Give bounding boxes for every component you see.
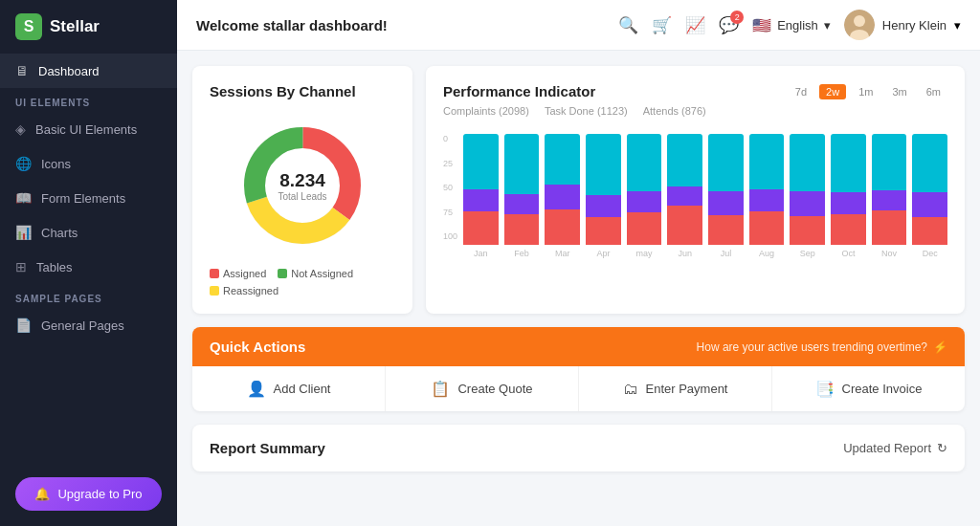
bar-purple (463, 189, 499, 211)
bar-red (790, 216, 825, 245)
performance-card: Performance Indicator 7d 2w 1m 3m 6m Com… (426, 66, 965, 314)
chart-icon[interactable]: 📈 (685, 15, 705, 35)
sidebar-nav: 🖥 Dashboard UI ELEMENTS ◈ Basic UI Eleme… (0, 54, 177, 466)
bar-cyan (545, 134, 580, 185)
legend-label-not-assigned: Not Assigned (291, 268, 353, 279)
bar-group-jan: Jan (463, 134, 499, 258)
sidebar-section-sample: SAMPLE PAGES (0, 284, 177, 308)
bar-group-aug: Aug (749, 134, 785, 258)
quick-actions-title: Quick Actions (210, 339, 305, 355)
sidebar-label-tables: Tables (36, 260, 73, 274)
bar-stack (872, 134, 907, 245)
lang-chevron-icon: ▾ (824, 18, 831, 33)
y-label-50: 50 (443, 183, 457, 192)
logo-icon: S (15, 13, 42, 40)
cards-row: Sessions By Channel (192, 66, 965, 314)
sidebar-item-charts[interactable]: 📊 Charts (0, 215, 177, 250)
logo: S Stellar (0, 0, 177, 54)
user-name: Henry Klein (882, 18, 947, 33)
legend-reassigned: Reassigned (210, 285, 278, 296)
sidebar-label-dashboard: Dashboard (38, 64, 100, 78)
bar-group-apr: Apr (586, 134, 621, 258)
legend-task-done: Task Done (1123) (545, 105, 628, 117)
tab-3m[interactable]: 3m (885, 84, 913, 99)
bar-stack (708, 134, 744, 245)
bar-stack (586, 134, 621, 245)
donut-value: 8.234 (278, 170, 326, 191)
bar-purple (912, 192, 947, 217)
search-icon[interactable]: 🔍 (618, 15, 638, 35)
action-enter-payment[interactable]: 🗂 Enter Payment (579, 366, 772, 411)
sidebar-section-ui: UI ELEMENTS (0, 88, 177, 112)
bar-group-jun: Jun (667, 134, 702, 258)
bar-cyan (872, 134, 907, 190)
upgrade-button[interactable]: 🔔 Upgrade to Pro (15, 477, 162, 511)
tab-2w[interactable]: 2w (819, 84, 846, 99)
notification-icon[interactable]: 💬 2 (719, 15, 739, 35)
cart-icon[interactable]: 🛒 (652, 15, 672, 35)
bar-cyan (667, 134, 702, 186)
bar-cyan (504, 134, 540, 194)
bar-red (831, 214, 866, 245)
user-menu[interactable]: Henry Klein ▾ (844, 10, 961, 40)
bar-stack (790, 134, 825, 245)
enter-payment-icon: 🗂 (623, 381, 638, 398)
add-client-label: Add Client (274, 382, 331, 396)
bar-cyan (463, 134, 499, 189)
upgrade-icon: 🔔 (34, 487, 50, 501)
create-invoice-label: Create Invoice (842, 382, 923, 396)
tab-6m[interactable]: 6m (920, 84, 947, 99)
sidebar-label-icons: Icons (41, 157, 71, 171)
bar-cyan (627, 134, 662, 191)
language-selector[interactable]: 🇺🇸 English ▾ (752, 16, 831, 34)
bar-red (708, 215, 744, 245)
bar-stack (912, 134, 947, 245)
tab-7d[interactable]: 7d (789, 84, 813, 99)
bar-red (667, 206, 702, 245)
legend-dot-assigned (210, 269, 219, 278)
header-right: 🔍 🛒 📈 💬 2 🇺🇸 English ▾ Henry Klein ▾ (618, 10, 961, 40)
legend-dot-reassigned (210, 286, 219, 296)
create-quote-label: Create Quote (457, 382, 532, 396)
bar-red (463, 211, 499, 245)
sidebar-item-dashboard[interactable]: 🖥 Dashboard (0, 54, 177, 88)
sidebar-item-basic-ui[interactable]: ◈ Basic UI Elements (0, 112, 177, 146)
sidebar-item-general-pages[interactable]: 📄 General Pages (0, 308, 177, 342)
bar-month-label: may (636, 249, 653, 258)
bar-group-dec: Dec (912, 134, 947, 258)
legend-dot-not-assigned (278, 269, 287, 278)
perf-header: Performance Indicator 7d 2w 1m 3m 6m (443, 83, 947, 99)
enter-payment-label: Enter Payment (646, 382, 728, 396)
user-chevron-icon: ▾ (954, 18, 961, 33)
bar-month-label: Mar (555, 249, 570, 258)
bar-stack (667, 134, 702, 245)
bar-purple (586, 195, 621, 217)
bar-purple (749, 189, 785, 211)
sidebar-item-tables[interactable]: ⊞ Tables (0, 250, 177, 284)
donut-chart: 8.234 Total Leads (235, 119, 369, 252)
bar-purple (831, 192, 866, 213)
sidebar-label-form: Form Elements (41, 191, 125, 206)
report-card: Report Summary Updated Report ↻ (192, 425, 965, 471)
bar-group-jul: Jul (708, 134, 744, 258)
action-create-quote[interactable]: 📋 Create Quote (386, 366, 579, 411)
donut-container: 8.234 Total Leads Assigned Not Assigned (210, 111, 395, 296)
main-area: Welcome stallar dashboard! 🔍 🛒 📈 💬 2 🇺🇸 … (177, 0, 980, 526)
sidebar-item-icons[interactable]: 🌐 Icons (0, 146, 177, 181)
action-create-invoice[interactable]: 📑 Create Invoice (772, 366, 965, 411)
lang-label: English (777, 18, 818, 33)
sidebar-label-charts: Charts (41, 226, 78, 240)
bar-group-mar: Mar (545, 134, 580, 258)
app-name: Stellar (50, 17, 100, 36)
y-label-100: 100 (443, 231, 457, 241)
legend-not-assigned: Not Assigned (278, 268, 353, 279)
content-area: Sessions By Channel (177, 51, 980, 526)
bar-stack (545, 134, 580, 245)
sidebar-label-general: General Pages (41, 318, 124, 333)
action-add-client[interactable]: 👤 Add Client (192, 366, 386, 411)
report-action[interactable]: Updated Report ↻ (843, 441, 947, 455)
bar-purple (627, 191, 662, 212)
tab-1m[interactable]: 1m (852, 84, 880, 99)
bar-stack (749, 134, 785, 245)
sidebar-item-form-elements[interactable]: 📖 Form Elements (0, 181, 177, 215)
